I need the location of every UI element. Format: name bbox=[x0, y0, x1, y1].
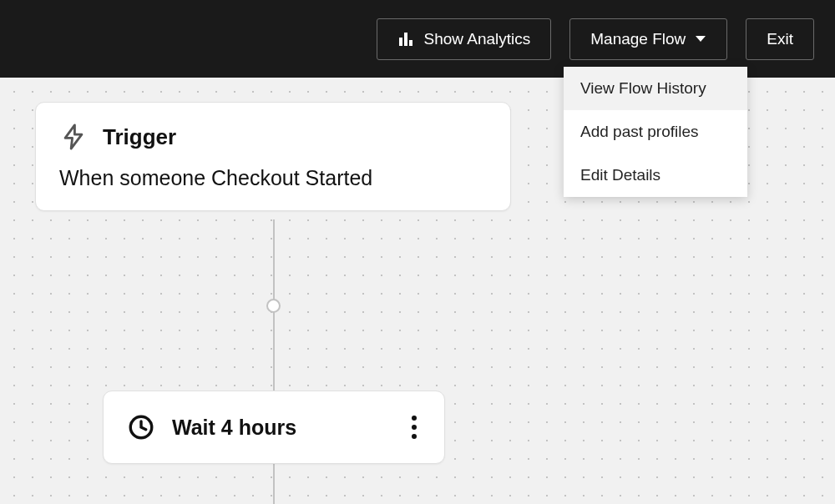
connector-node[interactable] bbox=[266, 299, 281, 313]
dropdown-item-edit-details[interactable]: Edit Details bbox=[564, 154, 747, 197]
wait-more-menu[interactable] bbox=[407, 411, 421, 443]
exit-label: Exit bbox=[767, 30, 793, 48]
trigger-description: When someone Checkout Started bbox=[59, 166, 487, 190]
dropdown-item-add-past-profiles[interactable]: Add past profiles bbox=[564, 110, 747, 154]
svg-rect-2 bbox=[409, 40, 412, 46]
show-analytics-label: Show Analytics bbox=[423, 30, 530, 48]
dropdown-item-view-history[interactable]: View Flow History bbox=[564, 67, 747, 110]
svg-rect-0 bbox=[399, 38, 402, 46]
caret-down-icon bbox=[695, 35, 706, 43]
svg-rect-1 bbox=[404, 33, 407, 46]
clock-icon bbox=[127, 413, 155, 441]
trigger-card[interactable]: Trigger When someone Checkout Started bbox=[35, 102, 511, 211]
exit-button[interactable]: Exit bbox=[746, 18, 814, 60]
manage-flow-label: Manage Flow bbox=[590, 30, 686, 48]
wait-label: Wait 4 hours bbox=[172, 416, 391, 440]
trigger-title: Trigger bbox=[103, 124, 176, 150]
bolt-icon bbox=[59, 123, 88, 151]
show-analytics-button[interactable]: Show Analytics bbox=[377, 18, 551, 60]
wait-card[interactable]: Wait 4 hours bbox=[103, 391, 445, 464]
manage-flow-button[interactable]: Manage Flow bbox=[569, 18, 727, 60]
manage-flow-dropdown: View Flow History Add past profiles Edit… bbox=[564, 67, 747, 197]
bar-chart-icon bbox=[397, 31, 414, 48]
